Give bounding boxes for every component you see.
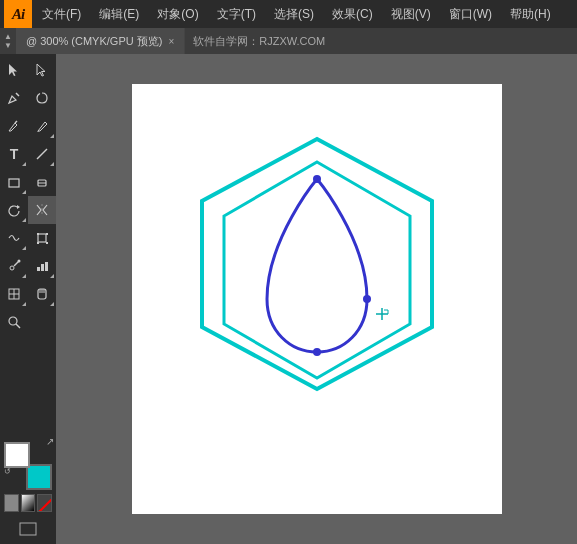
tool-row-3 (0, 112, 56, 140)
menu-file[interactable]: 文件(F) (34, 4, 89, 25)
svg-point-27 (9, 317, 17, 325)
type-tool[interactable]: T (0, 140, 28, 168)
slice-tool[interactable] (0, 280, 28, 308)
crosshair-indicator (376, 308, 388, 320)
menu-help[interactable]: 帮助(H) (502, 4, 559, 25)
svg-rect-5 (9, 179, 19, 187)
artboard (132, 84, 502, 514)
svg-rect-12 (46, 233, 48, 235)
tab-scroll-arrows[interactable]: ▲▼ (0, 32, 16, 50)
tool-row-7 (0, 224, 56, 252)
eraser-tool[interactable] (28, 168, 56, 196)
screen-mode-button[interactable] (8, 518, 48, 540)
website-text: 软件自学网：RJZXW.COM (193, 34, 325, 49)
canvas-area[interactable] (56, 54, 577, 544)
svg-rect-14 (46, 242, 48, 244)
svg-line-3 (15, 121, 17, 123)
menu-object[interactable]: 对象(O) (149, 4, 206, 25)
document-tab[interactable]: @ 300% (CMYK/GPU 预览) × (16, 28, 185, 54)
symbol-sprayer-tool[interactable] (0, 252, 28, 280)
lasso-tool[interactable] (28, 84, 56, 112)
direct-select-tool[interactable] (28, 56, 56, 84)
tool-row-4: T (0, 140, 56, 168)
hand-tool[interactable] (28, 280, 56, 308)
svg-rect-11 (37, 233, 39, 235)
svg-rect-18 (41, 264, 44, 271)
main-content: T (0, 54, 577, 544)
svg-point-15 (10, 266, 14, 270)
artwork-svg (162, 124, 472, 474)
menu-select[interactable]: 选择(S) (266, 4, 322, 25)
tab-title: @ 300% (CMYK/GPU 预览) (26, 34, 162, 49)
menu-view[interactable]: 视图(V) (383, 4, 439, 25)
menu-window[interactable]: 窗口(W) (441, 4, 500, 25)
app-logo-text: Ai (12, 6, 24, 23)
tab-bar-right: 软件自学网：RJZXW.COM (185, 28, 577, 54)
paintbrush-tool[interactable] (0, 112, 28, 140)
tool-row-1 (0, 56, 56, 84)
svg-marker-1 (37, 64, 45, 76)
pen-tool[interactable] (0, 84, 28, 112)
pencil-tool[interactable] (28, 112, 56, 140)
swap-colors-button[interactable]: ↗ (46, 436, 54, 447)
small-icons-row (4, 494, 52, 512)
tool-row-2 (0, 84, 56, 112)
toolbar: T (0, 54, 56, 544)
svg-rect-29 (20, 523, 36, 535)
svg-rect-10 (38, 234, 46, 242)
color-mode-button[interactable] (4, 494, 19, 512)
gradient-mode-button[interactable] (21, 494, 36, 512)
zoom-tool[interactable] (0, 308, 28, 336)
free-transform-tool[interactable] (28, 224, 56, 252)
warp-tool[interactable] (0, 224, 28, 252)
svg-line-28 (16, 324, 20, 328)
tab-close-button[interactable]: × (168, 36, 174, 47)
reset-colors-button[interactable]: ↺ (4, 467, 11, 476)
svg-marker-0 (9, 64, 17, 76)
none-mode-button[interactable] (37, 494, 52, 512)
mirror-tool[interactable] (28, 196, 56, 224)
tab-bar: ▲▼ @ 300% (CMYK/GPU 预览) × 软件自学网：RJZXW.CO… (0, 28, 577, 54)
menu-edit[interactable]: 编辑(E) (91, 4, 147, 25)
svg-point-16 (18, 260, 21, 263)
svg-rect-19 (45, 262, 48, 271)
shape-tool[interactable] (0, 168, 28, 196)
svg-line-4 (37, 149, 47, 159)
svg-rect-13 (37, 242, 39, 244)
svg-point-33 (313, 348, 321, 356)
svg-point-34 (363, 295, 371, 303)
tool-row-10 (0, 308, 56, 336)
menu-text[interactable]: 文字(T) (209, 4, 264, 25)
svg-rect-17 (37, 267, 40, 271)
tool-row-6 (0, 196, 56, 224)
svg-line-2 (16, 93, 19, 96)
line-tool[interactable] (28, 140, 56, 168)
foreground-color-swatch[interactable] (4, 442, 30, 468)
svg-marker-31 (224, 162, 410, 378)
color-area: ↗ ↺ (4, 442, 52, 490)
rotate-tool[interactable] (0, 196, 28, 224)
column-graph-tool[interactable] (28, 252, 56, 280)
menu-bar: Ai 文件(F) 编辑(E) 对象(O) 文字(T) 选择(S) 效果(C) 视… (0, 0, 577, 28)
menu-effect[interactable]: 效果(C) (324, 4, 381, 25)
toolbar-bottom: ↗ ↺ (0, 438, 56, 544)
tool-row-9 (0, 280, 56, 308)
svg-point-32 (313, 175, 321, 183)
svg-marker-8 (17, 205, 20, 209)
select-tool[interactable] (0, 56, 28, 84)
tool-row-5 (0, 168, 56, 196)
app-logo: Ai (4, 0, 32, 28)
placeholder-tool[interactable] (28, 308, 56, 336)
tool-row-8 (0, 252, 56, 280)
